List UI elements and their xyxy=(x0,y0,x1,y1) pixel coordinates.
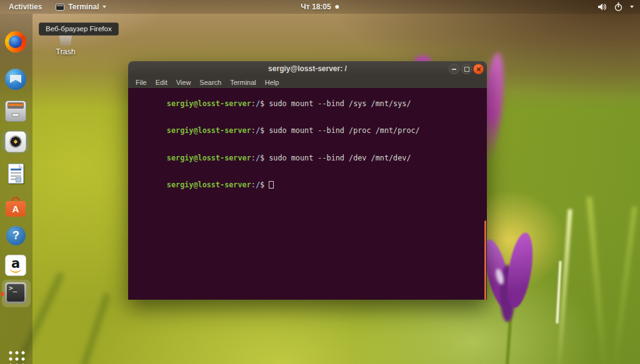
terminal-content[interactable]: sergiy@losst-server:/$ sudo mount --bind… xyxy=(128,88,487,300)
prompt-dollar: $ xyxy=(260,180,269,189)
writer-image xyxy=(16,177,21,182)
writer-line xyxy=(11,169,21,170)
minimize-button[interactable] xyxy=(449,64,459,74)
chevron-down-icon xyxy=(630,6,634,8)
dock-item-help[interactable]: ? xyxy=(5,225,28,247)
ubuntu-software-icon: A xyxy=(5,195,26,217)
activities-button[interactable]: Activities xyxy=(6,2,44,11)
software-letter: A xyxy=(12,204,19,214)
writer-line xyxy=(11,172,21,174)
dock-item-ubuntu-software[interactable]: A xyxy=(5,195,28,218)
scrollbar[interactable] xyxy=(484,220,487,300)
desktop: Trash sergiy@losst-server: / File Edit V… xyxy=(0,0,640,364)
prompt-colon: : xyxy=(251,154,256,162)
files-drawer xyxy=(8,102,24,109)
question-mark-glyph: ? xyxy=(12,229,19,242)
maximize-button[interactable] xyxy=(461,64,472,74)
command-text: sudo mount --bind /dev /mnt/dev/ xyxy=(269,154,411,162)
terminal-prompt-glyph: >_ xyxy=(7,284,24,302)
window-controls xyxy=(449,64,484,74)
firefox-tooltip: Веб-браузер Firefox xyxy=(39,22,119,36)
top-bar: Activities Terminal Чт 18:05 xyxy=(0,0,640,14)
prompt-user-host: sergiy@losst-server xyxy=(167,99,251,108)
prompt-path: / xyxy=(256,126,260,135)
amazon-icon: a xyxy=(5,255,26,276)
rhythmbox-icon xyxy=(5,131,26,152)
prompt-colon: : xyxy=(251,180,256,189)
dock-item-firefox[interactable] xyxy=(5,31,28,54)
crocus-flower-decoration xyxy=(503,231,538,310)
clock-text: Чт 18:05 xyxy=(301,2,331,11)
clock[interactable]: Чт 18:05 xyxy=(301,2,339,11)
terminal-line: sergiy@losst-server:/$ sudo mount --bind… xyxy=(131,144,487,172)
dock-item-files[interactable] xyxy=(5,101,28,123)
writer-page xyxy=(8,164,24,184)
dock-item-libreoffice-writer[interactable] xyxy=(5,163,28,185)
menu-search[interactable]: Search xyxy=(195,79,226,86)
running-indicator-dot xyxy=(1,292,4,296)
system-status-area[interactable] xyxy=(597,0,634,14)
close-button[interactable] xyxy=(473,64,484,74)
app-menu[interactable]: Terminal xyxy=(56,2,106,11)
show-apps-button[interactable] xyxy=(8,350,26,364)
notification-dot-icon xyxy=(336,5,339,9)
dock: A ? a >_ xyxy=(0,14,32,364)
writer-line xyxy=(11,175,21,177)
prompt-dollar: $ xyxy=(260,99,269,108)
terminal-icon: >_ xyxy=(5,282,26,303)
dock-item-amazon[interactable]: a xyxy=(5,255,28,277)
prompt-path: / xyxy=(256,180,260,189)
menu-help[interactable]: Help xyxy=(261,79,284,86)
grass-blade-decoration xyxy=(81,293,110,364)
speaker-cone xyxy=(9,135,22,148)
power-icon xyxy=(614,2,623,12)
window-menubar: File Edit View Search Terminal Help xyxy=(128,76,487,88)
terminal-cursor xyxy=(269,181,274,189)
prompt-user-host: sergiy@losst-server xyxy=(167,126,251,135)
window-titlebar[interactable]: sergiy@losst-server: / xyxy=(128,61,487,76)
grass-blade-decoration xyxy=(586,197,606,364)
command-text: sudo mount --bind /proc /mnt/proc/ xyxy=(269,126,419,135)
files-handle xyxy=(12,113,19,117)
prompt-path: / xyxy=(256,99,260,108)
bag-body: A xyxy=(6,201,26,217)
terminal-window-icon xyxy=(56,4,64,11)
command-text: sudo mount --bind /sys /mnt/sys/ xyxy=(269,99,411,108)
menu-terminal[interactable]: Terminal xyxy=(226,79,261,86)
libreoffice-writer-icon xyxy=(5,163,26,184)
app-menu-label: Terminal xyxy=(68,2,99,11)
menu-view[interactable]: View xyxy=(172,79,196,86)
prompt-dollar: $ xyxy=(260,126,269,135)
dock-item-thunderbird[interactable] xyxy=(5,69,28,91)
writer-line xyxy=(11,179,16,180)
chevron-down-icon xyxy=(102,6,106,8)
menu-edit[interactable]: Edit xyxy=(151,79,172,86)
terminal-window: sergiy@losst-server: / File Edit View Se… xyxy=(128,61,487,300)
dock-item-terminal[interactable]: >_ xyxy=(5,282,28,305)
prompt-colon: : xyxy=(251,99,256,108)
prompt-colon: : xyxy=(251,126,256,135)
dock-item-rhythmbox[interactable] xyxy=(5,131,28,154)
amazon-smile-arrow xyxy=(10,268,21,273)
files-icon xyxy=(5,101,26,122)
prompt-dollar: $ xyxy=(260,154,269,162)
grass-blade-decoration xyxy=(613,206,638,363)
prompt-user-host: sergiy@losst-server xyxy=(167,180,251,189)
menu-file[interactable]: File xyxy=(131,79,151,86)
prompt-user-host: sergiy@losst-server xyxy=(167,154,251,162)
firefox-icon xyxy=(5,31,26,52)
help-icon: ? xyxy=(6,226,26,245)
terminal-line: sergiy@losst-server:/$ sudo mount --bind… xyxy=(131,117,487,145)
terminal-line: sergiy@losst-server:/$ sudo mount --bind… xyxy=(131,90,487,117)
prompt-path: / xyxy=(256,154,260,162)
window-title: sergiy@losst-server: / xyxy=(128,64,487,73)
terminal-line: sergiy@losst-server:/$ xyxy=(131,172,487,199)
thunderbird-icon xyxy=(5,69,26,90)
volume-icon xyxy=(597,2,607,12)
trash-label: Trash xyxy=(51,47,80,56)
